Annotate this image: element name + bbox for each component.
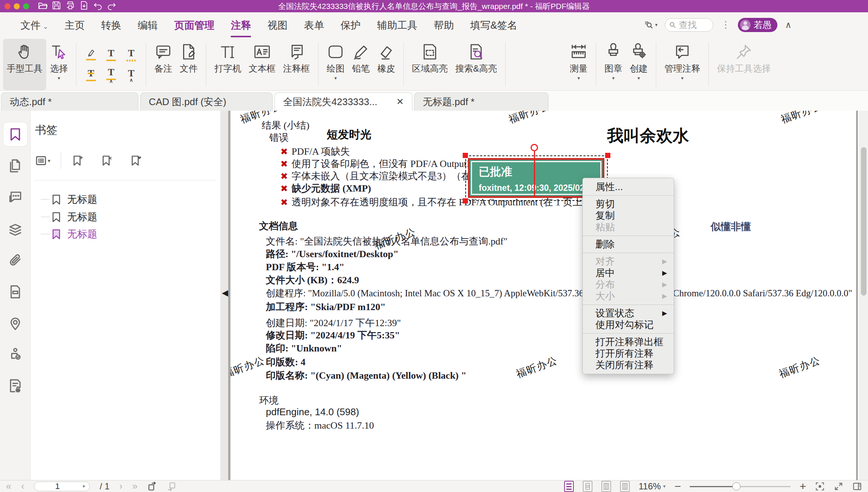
rotate-handle[interactable] [531, 144, 538, 151]
select-tool-button[interactable]: 选择 ▾ [46, 39, 72, 90]
context-menu-item-copy[interactable]: 复制 [583, 210, 674, 221]
zoom-level-button[interactable]: 116% ▾ [639, 481, 666, 492]
vertical-scrollbar-thumb[interactable] [861, 147, 867, 296]
maximize-window-button[interactable] [23, 3, 29, 9]
page-number-box[interactable]: ▾ [34, 482, 90, 491]
page-number-input[interactable] [39, 482, 76, 491]
facing-continuous-view-icon[interactable] [620, 481, 630, 492]
close-window-button[interactable] [4, 3, 10, 9]
facing-view-icon[interactable] [601, 481, 611, 492]
side-panel-icon[interactable] [852, 482, 862, 491]
menu-file[interactable]: 文件⌄ [21, 13, 48, 37]
menu-fill-sign[interactable]: 填写&签名 [470, 13, 517, 37]
add-bookmark-button[interactable] [72, 155, 84, 167]
textbox-button[interactable]: 文本框 [245, 39, 279, 90]
bookmark-list-options-button[interactable]: ▾ [35, 155, 50, 167]
bookmark-item[interactable]: 无标题 [41, 209, 97, 224]
zoom-out-icon[interactable]: − [674, 483, 681, 490]
more-options-icon[interactable]: ⋮ [721, 19, 730, 31]
collapse-panel-icon[interactable]: ◀ [222, 288, 228, 298]
undo-icon[interactable] [93, 1, 103, 12]
context-menu-item-delete[interactable]: 删除 [583, 239, 674, 250]
menu-page-management[interactable]: 页面管理 [174, 13, 214, 37]
previous-page-icon[interactable]: ‹ [21, 480, 24, 492]
user-account-button[interactable]: 若愚 [738, 18, 777, 32]
export-page-icon[interactable] [79, 1, 89, 12]
strikeout-tool-button[interactable]: T [82, 66, 100, 83]
next-page-icon[interactable]: › [119, 480, 123, 492]
measure-button[interactable]: 测量 ▾ [566, 39, 591, 90]
tab-dongtai-pdf[interactable]: 动态.pdf * [1, 92, 138, 111]
context-menu-item-center[interactable]: 居中▶ [583, 267, 674, 279]
fullscreen-icon[interactable] [834, 482, 843, 491]
note-comment-button[interactable]: 备注 [151, 39, 176, 90]
bookmark-more-button[interactable] [130, 155, 142, 167]
context-menu-item-open-popup-note[interactable]: 打开注释弹出框 [583, 336, 674, 348]
first-page-icon[interactable]: « [6, 480, 11, 492]
delete-bookmark-button[interactable] [101, 155, 113, 167]
tab-cad-pdf[interactable]: CAD 图.pdf (安全) [140, 92, 273, 111]
pencil-button[interactable]: 铅笔 [348, 39, 374, 90]
previous-view-icon[interactable] [147, 482, 157, 491]
menu-convert[interactable]: 转换 [101, 13, 121, 37]
callout-box-button[interactable]: 注释框 [279, 39, 314, 90]
area-highlight-button[interactable]: 区域高亮 [408, 39, 452, 90]
panel-splitter[interactable]: ◀ [220, 111, 230, 480]
zoom-slider-thumb[interactable] [732, 482, 740, 491]
find-replace-button[interactable]: ▾ [644, 20, 658, 30]
file-attachment-button[interactable]: 文件 [176, 39, 201, 90]
minimize-window-button[interactable] [14, 3, 20, 9]
hand-tool-button[interactable]: 手型工具 [3, 39, 46, 90]
comments-panel-icon[interactable] [8, 190, 22, 205]
context-menu-item-checkmark[interactable]: 使用对勾标记 [583, 319, 674, 331]
print-icon[interactable] [66, 1, 75, 12]
replace-text-tool-button[interactable]: T∧ [123, 66, 140, 83]
layers-panel-icon[interactable] [8, 222, 22, 236]
menu-view[interactable]: 视图 [267, 13, 287, 37]
menu-edit[interactable]: 编辑 [138, 13, 158, 37]
tab-active-document[interactable]: 全国法院失4233333... ✕ [274, 92, 412, 111]
squiggly-underline-tool-button[interactable]: T [123, 45, 140, 63]
draw-shapes-button[interactable]: 绘图 ▾ [323, 39, 348, 90]
bookmark-item[interactable]: 无标题 [41, 192, 97, 207]
tab-untitled-pdf[interactable]: 无标题.pdf * [414, 92, 548, 111]
eraser-button[interactable]: 橡皮 [374, 39, 399, 90]
search-box[interactable] [665, 18, 713, 32]
zoom-slider[interactable] [690, 482, 790, 491]
fit-page-icon[interactable] [815, 482, 825, 491]
single-page-view-icon[interactable] [583, 481, 592, 492]
save-icon[interactable] [52, 1, 61, 12]
stamps-panel-icon[interactable] [8, 379, 22, 393]
insert-text-tool-button[interactable]: T∧ [103, 66, 120, 83]
digital-signature-panel-icon[interactable] [8, 347, 22, 361]
zoom-in-icon[interactable]: + [799, 483, 806, 490]
search-highlight-button[interactable]: 搜索&高亮 [452, 39, 501, 90]
context-menu-item-set-status[interactable]: 设置状态▶ [583, 308, 674, 319]
menu-form[interactable]: 表单 [304, 13, 324, 37]
menu-help[interactable]: 帮助 [434, 13, 454, 37]
context-menu-item-close-all-comments[interactable]: 关闭所有注释 [583, 359, 674, 371]
document-page[interactable]: 福昕办公 福昕办公 福昕办公 福昕办公 福昕办公 福昕办公 福昕办公 福昕办公 … [230, 111, 868, 480]
highlight-tool-button[interactable] [82, 45, 100, 63]
bookmark-item-selected[interactable]: 无标题 [41, 227, 97, 242]
redo-icon[interactable] [107, 1, 116, 12]
continuous-view-icon[interactable] [564, 481, 574, 492]
context-menu-item-properties[interactable]: 属性... [583, 181, 674, 193]
menu-accessibility[interactable]: 辅助工具 [377, 13, 417, 37]
menu-home[interactable]: 主页 [65, 13, 85, 37]
page-thumbnails-icon[interactable] [8, 159, 22, 173]
typewriter-button[interactable]: 打字机 [211, 39, 245, 90]
bookmarks-panel-icon[interactable] [3, 122, 27, 146]
vertical-scrollbar[interactable] [859, 111, 868, 480]
resize-handle-bottom-left[interactable] [463, 198, 468, 204]
open-file-icon[interactable] [38, 1, 47, 12]
stamp-button[interactable]: 图章 ▾ [601, 39, 626, 90]
menu-comment[interactable]: 注释 [231, 13, 251, 37]
menu-protect[interactable]: 保护 [340, 13, 361, 37]
collapse-ribbon-icon[interactable]: ∧ [785, 20, 792, 30]
form-fields-panel-icon[interactable] [8, 285, 22, 299]
search-input[interactable] [679, 20, 705, 30]
context-menu-item-open-all-comments[interactable]: 打开所有注释 [583, 348, 674, 359]
context-menu-item-cut[interactable]: 剪切 [583, 198, 674, 210]
create-stamp-button[interactable]: 创建 ▾ [626, 39, 651, 90]
